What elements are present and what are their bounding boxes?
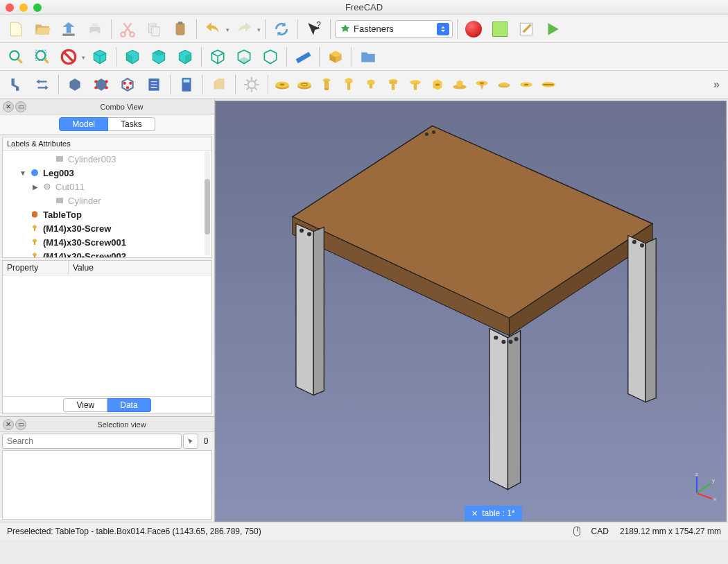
paste-button[interactable] [168, 17, 192, 41]
undo-button[interactable] [201, 17, 225, 41]
sidebar: ✕ ▭ Combo View Model Tasks Labels & Attr… [0, 99, 215, 522]
fastener-hex-nut-button[interactable] [428, 75, 447, 94]
svg-point-54 [31, 169, 38, 176]
copy-button[interactable] [142, 17, 166, 41]
zoom-selection-button[interactable] [31, 45, 54, 69]
fastener-washer-1-button[interactable] [272, 75, 292, 94]
bom-button[interactable] [142, 73, 166, 96]
macro-run-button[interactable] [541, 17, 564, 41]
combo-view-title: Combo View [29, 103, 214, 111]
save-button[interactable] [57, 17, 80, 41]
gear-button[interactable] [240, 73, 263, 96]
document-tab[interactable]: ✕ table : 1* [465, 506, 521, 521]
tree-item[interactable]: (M14)x30-Screw001 [3, 235, 211, 249]
model-tree[interactable]: Cylinder003▼Leg003▶Cut011CylinderTableTo… [3, 151, 211, 258]
refresh-button[interactable] [270, 17, 293, 41]
redo-dropdown[interactable] [259, 24, 261, 34]
tab-tasks[interactable]: Tasks [108, 117, 155, 131]
tab-view[interactable]: View [63, 398, 107, 412]
view-rear-button[interactable] [206, 45, 229, 69]
svg-point-30 [280, 84, 285, 86]
move-tool-button[interactable] [4, 73, 28, 96]
view-top-button[interactable] [147, 45, 171, 69]
svg-point-50 [524, 84, 529, 86]
selview-close-button[interactable]: ✕ [3, 419, 14, 430]
window-minimize-button[interactable] [19, 3, 28, 12]
tree-item[interactable]: Cylinder003 [3, 152, 211, 166]
window-close-button[interactable] [6, 3, 14, 12]
svg-rect-43 [414, 83, 417, 90]
calc-button[interactable] [175, 73, 198, 96]
shape-tool-button[interactable] [63, 73, 87, 96]
view-right-button[interactable] [173, 45, 197, 69]
fastener-ring-button[interactable] [517, 75, 536, 94]
match-outer-button[interactable] [89, 73, 113, 96]
tree-scrollbar[interactable] [205, 151, 210, 256]
selection-list[interactable] [2, 450, 212, 520]
fastener-stud-button[interactable] [317, 75, 336, 94]
no-entry-button[interactable] [57, 45, 80, 69]
svg-marker-67 [628, 236, 645, 402]
macro-stop-button[interactable] [488, 17, 512, 41]
tab-data[interactable]: Data [107, 398, 150, 412]
view-bottom-button[interactable] [232, 45, 256, 69]
nav-style-label[interactable]: CAD [591, 527, 609, 536]
tab-model[interactable]: Model [59, 117, 108, 131]
match-inner-button[interactable] [116, 73, 139, 96]
tree-item[interactable]: Cylinder [3, 194, 211, 207]
svg-rect-0 [62, 33, 74, 35]
3d-viewport[interactable]: z y x ✕ table : 1* [215, 101, 727, 522]
search-input[interactable] [2, 434, 182, 449]
property-body [3, 275, 211, 396]
tree-item[interactable]: ▶Cut011 [3, 180, 211, 194]
panel-float-button[interactable]: ▭ [15, 101, 26, 112]
tree-item[interactable]: ▼Leg003 [3, 166, 211, 180]
macro-edit-button[interactable] [514, 17, 538, 41]
new-file-button[interactable] [4, 17, 28, 41]
svg-point-36 [324, 88, 329, 90]
close-tab-icon[interactable]: ✕ [471, 509, 478, 518]
part-button[interactable] [324, 45, 347, 69]
axis-widget: z y x [688, 471, 719, 502]
view-iso-button[interactable] [88, 45, 112, 69]
view-front-button[interactable] [121, 45, 144, 69]
print-button[interactable] [83, 17, 107, 41]
window-maximize-button[interactable] [33, 3, 42, 12]
fastener-slot-button[interactable] [539, 75, 558, 94]
status-bar: Preselected: TableTop - table.Box014.Fac… [0, 522, 728, 540]
tree-item[interactable]: (M14)x30-Screw [3, 221, 211, 235]
svg-rect-9 [178, 22, 183, 24]
chamfer-button[interactable] [207, 73, 231, 96]
panel-close-button[interactable]: ✕ [3, 101, 14, 112]
tree-panel: Labels & Attributes Cylinder003▼Leg003▶C… [2, 137, 212, 258]
svg-point-22 [129, 82, 132, 85]
view-left-button[interactable] [259, 45, 282, 69]
undo-dropdown[interactable] [227, 24, 229, 34]
tree-item[interactable]: (M14)x30-Screw002 [3, 249, 211, 258]
nav-style-icon[interactable] [573, 527, 580, 536]
selview-float-button[interactable]: ▭ [15, 419, 26, 430]
whats-this-button[interactable]: ? [302, 17, 326, 41]
zoom-fit-button[interactable] [4, 45, 28, 69]
fastener-cap-screw-button[interactable] [383, 75, 403, 94]
tree-item[interactable]: TableTop [3, 207, 211, 221]
measure-button[interactable] [291, 45, 315, 69]
macro-record-button[interactable] [462, 17, 485, 41]
drawstyle-dropdown[interactable] [83, 51, 85, 62]
fastener-flange-nut-button[interactable] [450, 75, 469, 94]
fastener-button-head-button[interactable] [406, 75, 425, 94]
fastener-hex-bolt-button[interactable] [339, 75, 358, 94]
open-file-button[interactable] [31, 17, 54, 41]
svg-marker-65 [489, 329, 508, 490]
cut-button[interactable] [116, 17, 139, 41]
workbench-selector[interactable]: Fasteners [335, 20, 453, 38]
toolbar-overflow-button[interactable]: » [709, 78, 724, 91]
fastener-countersunk-button[interactable] [472, 75, 492, 94]
fastener-washer-2-button[interactable] [295, 75, 314, 94]
pick-button[interactable] [183, 434, 198, 449]
folder-button[interactable] [356, 45, 380, 69]
flip-tool-button[interactable] [31, 73, 54, 96]
fastener-dome-button[interactable] [494, 75, 514, 94]
redo-button[interactable] [232, 17, 256, 41]
fastener-hex-short-button[interactable] [361, 75, 381, 94]
